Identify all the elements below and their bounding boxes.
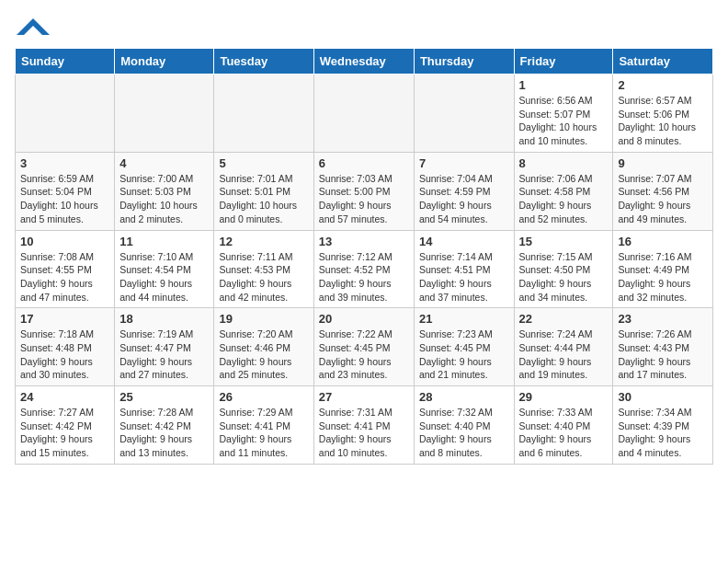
day-info: Sunrise: 7:27 AM Sunset: 4:42 PM Dayligh…	[20, 406, 109, 460]
day-number: 16	[618, 235, 708, 248]
header	[15, 15, 713, 40]
day-number: 13	[319, 235, 409, 248]
calendar-cell: 11Sunrise: 7:10 AM Sunset: 4:54 PM Dayli…	[115, 230, 214, 308]
calendar-header-sunday: Sunday	[16, 49, 115, 75]
day-number: 28	[419, 390, 509, 404]
calendar-cell	[115, 75, 214, 153]
day-info: Sunrise: 7:19 AM Sunset: 4:47 PM Dayligh…	[119, 327, 209, 382]
calendar-header-tuesday: Tuesday	[214, 49, 313, 75]
calendar-cell: 22Sunrise: 7:24 AM Sunset: 4:44 PM Dayli…	[514, 308, 613, 386]
day-number: 5	[219, 156, 308, 170]
day-info: Sunrise: 6:56 AM Sunset: 5:07 PM Dayligh…	[519, 94, 609, 148]
day-number: 2	[618, 78, 708, 92]
day-number: 7	[419, 156, 509, 170]
day-info: Sunrise: 7:29 AM Sunset: 4:41 PM Dayligh…	[219, 406, 308, 460]
calendar-cell: 28Sunrise: 7:32 AM Sunset: 4:40 PM Dayli…	[414, 386, 514, 465]
day-info: Sunrise: 7:18 AM Sunset: 4:48 PM Dayligh…	[20, 327, 109, 382]
calendar-cell	[214, 75, 313, 153]
logo-icon	[15, 17, 51, 37]
calendar-cell: 10Sunrise: 7:08 AM Sunset: 4:55 PM Dayli…	[16, 230, 115, 308]
calendar-cell: 12Sunrise: 7:11 AM Sunset: 4:53 PM Dayli…	[214, 230, 313, 308]
calendar-week-2: 3Sunrise: 6:59 AM Sunset: 5:04 PM Daylig…	[16, 152, 713, 230]
calendar-cell: 17Sunrise: 7:18 AM Sunset: 4:48 PM Dayli…	[16, 308, 115, 386]
day-number: 14	[419, 235, 509, 248]
day-info: Sunrise: 7:15 AM Sunset: 4:50 PM Dayligh…	[519, 250, 609, 304]
day-number: 25	[119, 390, 209, 404]
day-number: 22	[519, 312, 609, 326]
day-info: Sunrise: 7:14 AM Sunset: 4:51 PM Dayligh…	[419, 250, 509, 304]
day-info: Sunrise: 7:34 AM Sunset: 4:39 PM Dayligh…	[618, 406, 708, 460]
day-number: 24	[20, 390, 109, 404]
calendar-cell: 4Sunrise: 7:00 AM Sunset: 5:03 PM Daylig…	[115, 152, 214, 230]
calendar-cell: 29Sunrise: 7:33 AM Sunset: 4:40 PM Dayli…	[514, 386, 613, 465]
day-number: 19	[219, 312, 308, 326]
day-info: Sunrise: 6:59 AM Sunset: 5:04 PM Dayligh…	[20, 172, 109, 226]
calendar-header-saturday: Saturday	[613, 49, 713, 75]
calendar-table: SundayMondayTuesdayWednesdayThursdayFrid…	[15, 48, 713, 465]
day-info: Sunrise: 6:57 AM Sunset: 5:06 PM Dayligh…	[618, 94, 708, 148]
day-number: 6	[319, 156, 409, 170]
calendar-week-4: 17Sunrise: 7:18 AM Sunset: 4:48 PM Dayli…	[16, 308, 713, 386]
calendar-cell: 18Sunrise: 7:19 AM Sunset: 4:47 PM Dayli…	[115, 308, 214, 386]
day-info: Sunrise: 7:01 AM Sunset: 5:01 PM Dayligh…	[219, 172, 308, 226]
calendar-cell: 13Sunrise: 7:12 AM Sunset: 4:52 PM Dayli…	[313, 230, 414, 308]
day-info: Sunrise: 7:20 AM Sunset: 4:46 PM Dayligh…	[219, 327, 308, 382]
calendar-cell: 24Sunrise: 7:27 AM Sunset: 4:42 PM Dayli…	[16, 386, 115, 465]
calendar-cell	[16, 75, 115, 153]
day-info: Sunrise: 7:23 AM Sunset: 4:45 PM Dayligh…	[419, 327, 509, 382]
calendar-cell: 26Sunrise: 7:29 AM Sunset: 4:41 PM Dayli…	[214, 386, 313, 465]
day-info: Sunrise: 7:00 AM Sunset: 5:03 PM Dayligh…	[119, 172, 209, 226]
day-info: Sunrise: 7:33 AM Sunset: 4:40 PM Dayligh…	[519, 406, 609, 460]
calendar-cell: 14Sunrise: 7:14 AM Sunset: 4:51 PM Dayli…	[414, 230, 514, 308]
calendar-header-friday: Friday	[514, 49, 613, 75]
calendar-cell: 1Sunrise: 6:56 AM Sunset: 5:07 PM Daylig…	[514, 75, 613, 153]
calendar-cell: 5Sunrise: 7:01 AM Sunset: 5:01 PM Daylig…	[214, 152, 313, 230]
calendar-cell: 3Sunrise: 6:59 AM Sunset: 5:04 PM Daylig…	[16, 152, 115, 230]
calendar-cell: 19Sunrise: 7:20 AM Sunset: 4:46 PM Dayli…	[214, 308, 313, 386]
day-info: Sunrise: 7:16 AM Sunset: 4:49 PM Dayligh…	[618, 250, 708, 304]
day-number: 26	[219, 390, 308, 404]
calendar-cell: 16Sunrise: 7:16 AM Sunset: 4:49 PM Dayli…	[613, 230, 713, 308]
calendar-header-row: SundayMondayTuesdayWednesdayThursdayFrid…	[16, 49, 713, 75]
day-number: 30	[618, 390, 708, 404]
day-number: 4	[119, 156, 209, 170]
calendar-header-monday: Monday	[115, 49, 214, 75]
day-info: Sunrise: 7:26 AM Sunset: 4:43 PM Dayligh…	[618, 327, 708, 382]
calendar-cell: 9Sunrise: 7:07 AM Sunset: 4:56 PM Daylig…	[613, 152, 713, 230]
day-number: 8	[519, 156, 609, 170]
calendar-cell	[313, 75, 414, 153]
calendar-week-5: 24Sunrise: 7:27 AM Sunset: 4:42 PM Dayli…	[16, 386, 713, 465]
day-info: Sunrise: 7:31 AM Sunset: 4:41 PM Dayligh…	[319, 406, 409, 460]
logo	[15, 15, 51, 40]
day-number: 18	[119, 312, 209, 326]
day-number: 10	[20, 235, 109, 248]
day-info: Sunrise: 7:10 AM Sunset: 4:54 PM Dayligh…	[119, 250, 209, 304]
day-number: 3	[20, 156, 109, 170]
day-number: 21	[419, 312, 509, 326]
calendar-cell	[414, 75, 514, 153]
calendar-week-1: 1Sunrise: 6:56 AM Sunset: 5:07 PM Daylig…	[16, 75, 713, 153]
logo-text	[15, 15, 51, 40]
calendar-header-wednesday: Wednesday	[313, 49, 414, 75]
calendar-cell: 23Sunrise: 7:26 AM Sunset: 4:43 PM Dayli…	[613, 308, 713, 386]
calendar-cell: 7Sunrise: 7:04 AM Sunset: 4:59 PM Daylig…	[414, 152, 514, 230]
day-info: Sunrise: 7:24 AM Sunset: 4:44 PM Dayligh…	[519, 327, 609, 382]
calendar-cell: 2Sunrise: 6:57 AM Sunset: 5:06 PM Daylig…	[613, 75, 713, 153]
day-number: 27	[319, 390, 409, 404]
day-info: Sunrise: 7:28 AM Sunset: 4:42 PM Dayligh…	[119, 406, 209, 460]
day-info: Sunrise: 7:08 AM Sunset: 4:55 PM Dayligh…	[20, 250, 109, 304]
day-number: 17	[20, 312, 109, 326]
calendar-cell: 8Sunrise: 7:06 AM Sunset: 4:58 PM Daylig…	[514, 152, 613, 230]
calendar-cell: 21Sunrise: 7:23 AM Sunset: 4:45 PM Dayli…	[414, 308, 514, 386]
day-info: Sunrise: 7:04 AM Sunset: 4:59 PM Dayligh…	[419, 172, 509, 226]
calendar-week-3: 10Sunrise: 7:08 AM Sunset: 4:55 PM Dayli…	[16, 230, 713, 308]
day-number: 1	[519, 78, 609, 92]
calendar-cell: 20Sunrise: 7:22 AM Sunset: 4:45 PM Dayli…	[313, 308, 414, 386]
day-number: 11	[119, 235, 209, 248]
day-info: Sunrise: 7:12 AM Sunset: 4:52 PM Dayligh…	[319, 250, 409, 304]
day-number: 29	[519, 390, 609, 404]
calendar-header-thursday: Thursday	[414, 49, 514, 75]
day-number: 15	[519, 235, 609, 248]
day-info: Sunrise: 7:22 AM Sunset: 4:45 PM Dayligh…	[319, 327, 409, 382]
day-number: 12	[219, 235, 308, 248]
